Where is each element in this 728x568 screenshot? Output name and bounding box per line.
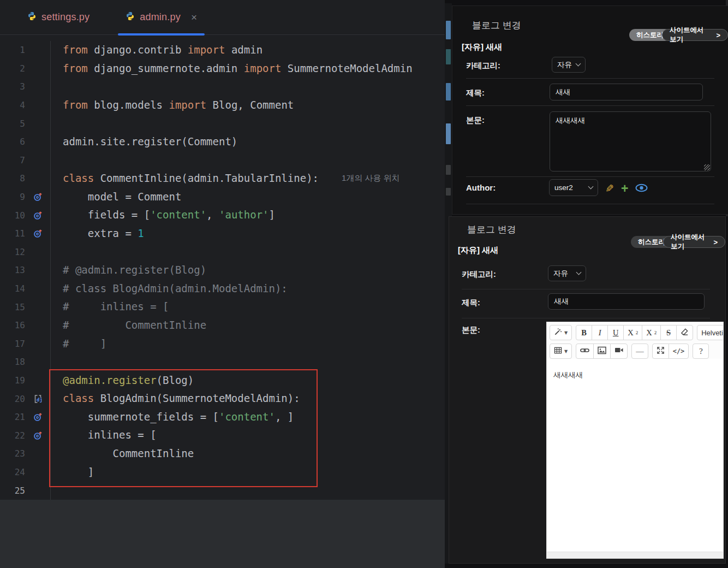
code-line[interactable]: 5	[0, 114, 445, 133]
code-line[interactable]: 19@admin.register(Blog)	[0, 371, 445, 390]
code-line[interactable]: 3	[0, 78, 445, 96]
underline-button[interactable]: U	[607, 325, 624, 340]
help-button[interactable]: ?	[693, 344, 709, 359]
line-number: 24	[0, 467, 25, 477]
code-line[interactable]: 20djclass BlogAdmin(SummernoteModelAdmin…	[0, 389, 445, 408]
title-input[interactable]	[550, 84, 703, 100]
edit-pencil-icon[interactable]: ✎	[605, 182, 614, 195]
code-line[interactable]: 25	[0, 481, 445, 500]
code-line[interactable]: 17# ]	[0, 335, 445, 353]
fontname-button[interactable]: Helvetica	[697, 325, 724, 340]
tab-settings-py[interactable]: settings.py	[17, 0, 99, 34]
code-line[interactable]: 11 extra = 1	[0, 224, 445, 243]
toolbar-group	[576, 344, 628, 359]
code-line[interactable]: 2from django_summernote.admin import Sum…	[0, 60, 445, 78]
line-number: 16	[0, 320, 25, 330]
code-line[interactable]: 7	[0, 151, 445, 170]
code-line[interactable]: 16# CommentInline	[0, 316, 445, 335]
line-number: 12	[0, 247, 25, 257]
category-select[interactable]: 자유	[552, 57, 586, 73]
code-line[interactable]: 12	[0, 243, 445, 262]
django-admin-change-panel-top: 블로그 변경 히스토리 사이트에서 보기 > [자유] 새새 카테고리: 자유 …	[452, 5, 728, 215]
code-area[interactable]: 1from django.contrib import admin2from d…	[0, 41, 445, 500]
code-line[interactable]: 18	[0, 353, 445, 371]
code-line[interactable]: 9 model = Comment	[0, 188, 445, 206]
override-gutter-icon[interactable]	[25, 431, 50, 440]
body-textarea[interactable]: 새새새새	[550, 111, 711, 171]
code-line[interactable]: 8class CommentInline(admin.TabularInline…	[0, 169, 445, 188]
code-text	[50, 114, 445, 133]
category-select[interactable]: 자유	[548, 265, 586, 281]
fullscreen-icon-button[interactable]	[652, 344, 669, 359]
occluded-link-fragment	[446, 83, 451, 100]
object-name: [자유] 새새	[458, 245, 498, 256]
chevron-right-icon: >	[713, 239, 718, 246]
divider	[466, 176, 714, 177]
token: import	[169, 96, 206, 115]
code-line[interactable]: 10 fields = ['content', 'author']	[0, 206, 445, 224]
django-gutter-icon[interactable]: dj	[25, 394, 50, 404]
style-icon-button[interactable]: ▼	[550, 325, 572, 340]
token: 1	[138, 224, 144, 243]
override-gutter-icon[interactable]	[25, 412, 50, 422]
code-line[interactable]: 21 summernote_fields = ['content', ]	[0, 408, 445, 427]
toolbar-group: ▼	[550, 325, 572, 340]
picture-icon-button[interactable]	[593, 344, 611, 359]
tab-admin-py[interactable]: admin.py ×	[116, 0, 207, 34]
token: , ]	[275, 408, 294, 427]
summernote-toolbar: ▼BIUX2X2SHelvetica▼—</>?	[547, 322, 723, 359]
category-label: 카테고리:	[466, 61, 500, 71]
chevron-right-icon: >	[716, 32, 720, 39]
code-text	[50, 151, 445, 170]
code-line[interactable]: 14# class BlogAdmin(admin.ModelAdmin):	[0, 280, 445, 298]
code-line[interactable]: 4from blog.models import Blog, Comment	[0, 96, 445, 115]
superscript-button[interactable]: X2	[623, 325, 642, 340]
resize-grip-icon[interactable]	[704, 164, 710, 170]
author-select[interactable]: user2	[549, 179, 598, 196]
view-on-site-button[interactable]: 사이트에서 보기 >	[662, 29, 728, 41]
summernote-editor: ▼BIUX2X2SHelvetica▼—</>? 새새새새	[546, 322, 724, 559]
bold-button[interactable]: B	[576, 325, 592, 340]
code-line[interactable]: 23 CommentInline	[0, 445, 445, 463]
code-line[interactable]: 13# @admin.register(Blog)	[0, 261, 445, 280]
codeview-button[interactable]: </>	[669, 344, 689, 359]
override-gutter-icon[interactable]	[25, 211, 50, 220]
divider	[466, 204, 714, 204]
video-icon-button[interactable]	[610, 344, 628, 359]
eraser-icon-button[interactable]	[676, 325, 693, 340]
rich-text-content[interactable]: 새새새새	[547, 362, 723, 549]
toolbar-group: ▼	[550, 344, 572, 359]
token: from	[63, 60, 88, 78]
subscript-button[interactable]: X2	[642, 325, 661, 340]
italic-button[interactable]: I	[592, 325, 608, 340]
strikethrough-button[interactable]: S	[660, 325, 677, 340]
table-icon-button[interactable]: ▼	[550, 344, 572, 359]
divider	[466, 105, 714, 106]
code-line[interactable]: 1from django.contrib import admin	[0, 41, 445, 60]
author-label: Author:	[466, 183, 496, 192]
token: import	[244, 60, 282, 78]
hr-button[interactable]: —	[631, 344, 648, 359]
code-line[interactable]: 22 inlines = [	[0, 426, 445, 445]
code-text: CommentInline	[50, 445, 445, 463]
link-icon-button[interactable]	[576, 344, 594, 359]
code-line[interactable]: 15# inlines = [	[0, 298, 445, 316]
close-tab-icon[interactable]: ×	[191, 12, 197, 22]
body-label: 본문:	[466, 115, 485, 126]
code-line[interactable]: 6admin.site.register(Comment)	[0, 133, 445, 151]
code-text: @admin.register(Blog)	[50, 371, 445, 390]
add-plus-icon[interactable]: +	[621, 182, 628, 195]
object-name: [자유] 새새	[462, 42, 502, 52]
override-gutter-icon[interactable]	[25, 192, 50, 202]
token: # CommentInline	[63, 316, 206, 335]
tab-label: settings.py	[41, 11, 89, 23]
token: Blog, Comment	[206, 96, 294, 115]
token: class	[63, 389, 94, 408]
title-input[interactable]	[548, 293, 705, 310]
override-gutter-icon[interactable]	[25, 229, 50, 238]
tab-label: admin.py	[140, 11, 181, 23]
view-on-site-button[interactable]: 사이트에서 보기 >	[663, 236, 725, 248]
view-eye-icon[interactable]	[635, 184, 648, 194]
code-line[interactable]: 24 ]	[0, 463, 445, 482]
line-number: 3	[0, 81, 25, 92]
